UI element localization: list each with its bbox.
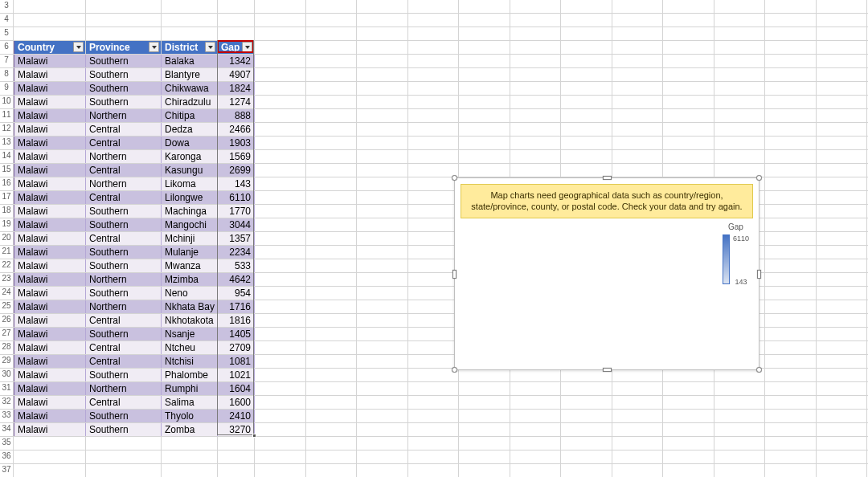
cell-gap[interactable]: 954 — [218, 287, 255, 300]
cell-country[interactable]: Malawi — [14, 68, 86, 81]
empty-cell[interactable] — [714, 410, 766, 422]
empty-cell[interactable] — [459, 382, 510, 395]
empty-cell[interactable] — [817, 109, 868, 122]
cell-district[interactable]: Mangochi — [162, 218, 218, 231]
cell-province[interactable]: Southern — [86, 423, 162, 436]
empty-cell[interactable] — [714, 450, 766, 463]
cell-gap[interactable]: 1604 — [218, 382, 255, 395]
row-header[interactable]: 18 — [0, 205, 14, 218]
empty-cell[interactable] — [357, 137, 408, 149]
row-header[interactable]: 10 — [0, 96, 14, 108]
empty-cell[interactable] — [306, 341, 358, 354]
empty-cell[interactable] — [561, 464, 612, 477]
empty-cell[interactable] — [218, 464, 255, 477]
resize-handle[interactable] — [452, 367, 457, 373]
empty-cell[interactable] — [817, 55, 868, 67]
empty-cell[interactable] — [714, 82, 766, 95]
cell-gap[interactable]: 1600 — [218, 396, 255, 409]
empty-cell[interactable] — [306, 96, 358, 108]
empty-cell[interactable] — [612, 0, 664, 13]
empty-cell[interactable] — [408, 164, 460, 177]
empty-cell[interactable] — [306, 68, 358, 81]
empty-cell[interactable] — [14, 0, 86, 13]
empty-cell[interactable] — [357, 355, 408, 368]
empty-cell[interactable] — [255, 328, 306, 340]
empty-cell[interactable] — [306, 437, 358, 450]
cell-province[interactable]: Southern — [86, 246, 162, 259]
empty-cell[interactable] — [408, 314, 460, 327]
empty-cell[interactable] — [510, 164, 562, 177]
cell-gap[interactable]: 1021 — [218, 369, 255, 381]
cell-country[interactable]: Malawi — [14, 150, 86, 163]
empty-cell[interactable] — [306, 150, 358, 163]
empty-cell[interactable] — [714, 27, 766, 40]
empty-cell[interactable] — [306, 396, 358, 409]
empty-cell[interactable] — [306, 369, 358, 381]
empty-cell[interactable] — [561, 41, 612, 54]
empty-cell[interactable] — [817, 14, 868, 26]
row-header[interactable]: 29 — [0, 355, 14, 368]
empty-cell[interactable] — [561, 450, 612, 463]
cell-district[interactable]: Likoma — [162, 177, 218, 190]
empty-cell[interactable] — [162, 0, 218, 13]
empty-cell[interactable] — [663, 137, 714, 149]
empty-cell[interactable] — [357, 55, 408, 67]
row-header[interactable]: 4 — [0, 14, 14, 26]
empty-cell[interactable] — [714, 423, 766, 436]
empty-cell[interactable] — [459, 137, 510, 149]
empty-cell[interactable] — [561, 14, 612, 26]
empty-cell[interactable] — [817, 0, 868, 13]
empty-cell[interactable] — [408, 464, 460, 477]
empty-cell[interactable] — [408, 82, 460, 95]
empty-cell[interactable] — [162, 450, 218, 463]
empty-cell[interactable] — [817, 369, 868, 381]
empty-cell[interactable] — [612, 82, 664, 95]
empty-cell[interactable] — [408, 246, 460, 259]
row-header[interactable]: 31 — [0, 382, 14, 395]
empty-cell[interactable] — [459, 68, 510, 81]
empty-cell[interactable] — [255, 55, 306, 67]
cell-gap[interactable]: 1569 — [218, 150, 255, 163]
cell-country[interactable]: Malawi — [14, 123, 86, 136]
empty-cell[interactable] — [306, 137, 358, 149]
empty-cell[interactable] — [255, 259, 306, 272]
empty-cell[interactable] — [86, 464, 162, 477]
empty-cell[interactable] — [817, 123, 868, 136]
empty-cell[interactable] — [408, 205, 460, 218]
empty-cell[interactable] — [663, 423, 714, 436]
empty-cell[interactable] — [612, 423, 664, 436]
cell-gap[interactable]: 1716 — [218, 300, 255, 313]
empty-cell[interactable] — [510, 410, 562, 422]
cell-province[interactable]: Northern — [86, 109, 162, 122]
empty-cell[interactable] — [357, 287, 408, 300]
empty-cell[interactable] — [817, 328, 868, 340]
empty-cell[interactable] — [255, 341, 306, 354]
cell-country[interactable]: Malawi — [14, 423, 86, 436]
empty-cell[interactable] — [357, 27, 408, 40]
empty-cell[interactable] — [408, 14, 460, 26]
empty-cell[interactable] — [765, 341, 817, 354]
empty-cell[interactable] — [357, 423, 408, 436]
empty-cell[interactable] — [255, 137, 306, 149]
cell-province[interactable]: Southern — [86, 218, 162, 231]
empty-cell[interactable] — [612, 150, 664, 163]
empty-cell[interactable] — [408, 96, 460, 108]
empty-cell[interactable] — [765, 232, 817, 245]
empty-cell[interactable] — [663, 14, 714, 26]
empty-cell[interactable] — [765, 218, 817, 231]
empty-cell[interactable] — [663, 82, 714, 95]
empty-cell[interactable] — [663, 450, 714, 463]
cell-country[interactable]: Malawi — [14, 177, 86, 190]
empty-cell[interactable] — [561, 0, 612, 13]
empty-cell[interactable] — [86, 437, 162, 450]
empty-cell[interactable] — [357, 177, 408, 190]
empty-cell[interactable] — [817, 246, 868, 259]
empty-cell[interactable] — [306, 450, 358, 463]
cell-district[interactable]: Balaka — [162, 55, 218, 67]
empty-cell[interactable] — [255, 423, 306, 436]
empty-cell[interactable] — [663, 396, 714, 409]
cell-country[interactable]: Malawi — [14, 205, 86, 218]
empty-cell[interactable] — [255, 300, 306, 313]
empty-cell[interactable] — [459, 0, 510, 13]
cell-district[interactable]: Nkhotakota — [162, 314, 218, 327]
